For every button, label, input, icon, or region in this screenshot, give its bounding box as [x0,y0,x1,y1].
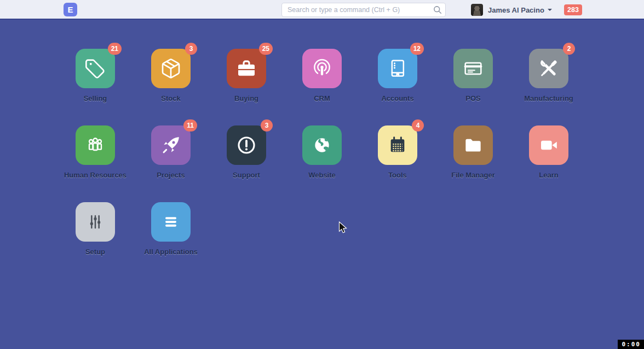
module-cell: 21 Selling [58,49,133,125]
alert-circle-icon [235,134,257,156]
globe-icon [311,134,333,156]
module-badge: 12 [410,43,424,55]
module-tile-setup[interactable] [76,202,115,242]
module-tile-projects[interactable]: 11 [151,125,191,165]
broadcast-icon [311,58,333,79]
briefcase-icon [235,58,257,79]
module-label: CRM [314,94,330,102]
module-label: Human Resources [64,171,127,179]
global-search [281,3,446,17]
notification-count-badge[interactable]: 283 [564,4,582,15]
module-tile-tools[interactable]: 4 [378,125,417,165]
ledger-icon [387,58,409,79]
module-label: File Manager [451,171,495,179]
module-cell: POS [435,49,511,125]
module-tile-crm[interactable] [302,49,342,88]
module-label: All Applications [144,248,198,256]
rocket-icon [160,134,182,156]
module-tile-selling[interactable]: 21 [76,49,115,88]
module-grid: 21 Selling 3 Stock 25 Buying [58,49,586,279]
module-tile-learn[interactable] [529,125,568,165]
search-icon [433,5,442,15]
module-label: Support [233,171,260,179]
module-label: Tools [388,171,407,179]
module-label: Learn [539,171,558,179]
module-tile-support[interactable]: 3 [227,125,266,165]
calendar-icon [387,134,409,156]
search-input[interactable] [281,3,446,17]
module-tile-file-manager[interactable] [453,125,493,165]
module-label: Projects [157,171,185,179]
module-cell: Human Resources [58,125,133,202]
module-tile-pos[interactable] [453,49,493,88]
module-tile-all-applications[interactable] [151,202,191,242]
module-cell: 25 Buying [209,49,284,125]
menu-icon [160,211,182,233]
credit-card-icon [462,58,484,79]
module-badge: 25 [259,43,273,55]
module-cell: 4 Tools [360,125,435,202]
module-cell: 2 Manufacturing [511,49,586,125]
module-cell: 3 Stock [133,49,209,125]
module-badge: 3 [185,43,197,55]
module-cell: Learn [511,125,586,202]
recording-timer: 0:00 [618,340,644,349]
sliders-icon [84,211,106,233]
module-label: Website [308,171,336,179]
wrench-screwdriver-icon [538,58,560,79]
module-tile-manufacturing[interactable]: 2 [529,49,568,88]
module-cell: All Applications [133,202,209,279]
module-tile-buying[interactable]: 25 [227,49,266,88]
module-label: Buying [234,94,258,102]
folder-icon [462,134,484,156]
chevron-down-icon [548,9,552,11]
module-cell: Setup [58,202,133,279]
module-tile-website[interactable] [302,125,342,165]
module-label: Selling [84,94,107,102]
module-cell: 11 Projects [133,125,209,202]
module-badge: 2 [563,43,575,55]
module-cell: Website [284,125,360,202]
module-badge: 4 [412,119,424,131]
module-cell: 3 Support [209,125,284,202]
app-logo-letter: E [67,5,73,14]
module-tile-stock[interactable]: 3 [151,49,191,88]
app-logo[interactable]: E [64,3,77,16]
box-icon [160,58,182,79]
top-navbar: E James Al Pacino 283 [0,0,644,20]
module-label: Setup [85,248,105,256]
module-label: Manufacturing [524,94,573,102]
module-cell: 12 Accounts [360,49,435,125]
user-area: James Al Pacino 283 [471,0,644,20]
module-cell: CRM [284,49,360,125]
module-cell: File Manager [435,125,511,202]
module-badge: 11 [183,119,197,131]
module-tile-human-resources[interactable] [76,125,115,165]
module-label: POS [465,94,480,102]
module-label: Stock [161,94,180,102]
people-icon [84,134,106,156]
user-avatar[interactable] [471,4,483,16]
module-tile-accounts[interactable]: 12 [378,49,417,88]
module-badge: 3 [261,119,273,131]
user-dropdown[interactable]: James Al Pacino [488,6,552,14]
tag-icon [84,58,106,79]
module-badge: 21 [108,43,122,55]
video-camera-icon [538,134,560,156]
user-name: James Al Pacino [488,6,544,14]
module-label: Accounts [381,94,413,102]
